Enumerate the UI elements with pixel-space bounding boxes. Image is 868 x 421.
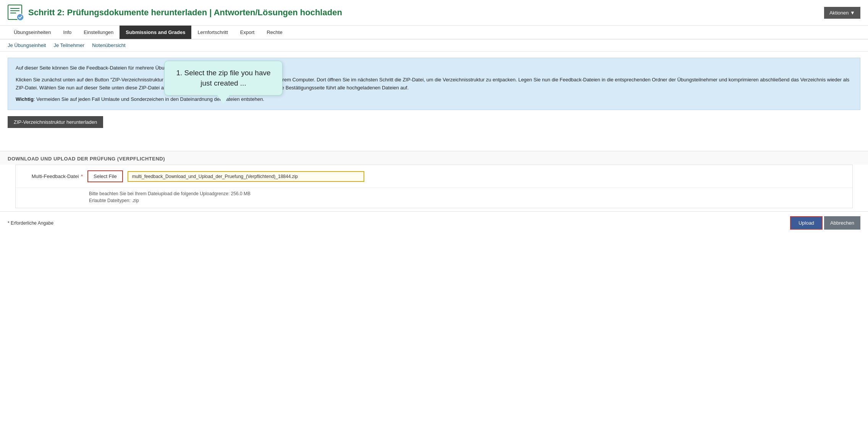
page-wrapper: Schritt 2: Prüfungsdokumente herunterlad… [0, 0, 868, 421]
header-left: Schritt 2: Prüfungsdokumente herunterlad… [8, 5, 342, 21]
tab-submissions-grades[interactable]: Submissions and Grades [120, 26, 191, 39]
info-para2: Klicken Sie zunächst unten auf den Butto… [16, 76, 852, 92]
tab-einstellungen[interactable]: Einstellungen [78, 26, 120, 39]
info-para3-suffix: : Vermeiden Sie auf jeden Fall Umlaute u… [34, 96, 197, 102]
nav-tabs: Übungseinheiten Info Einstellungen Submi… [0, 26, 868, 39]
upload-section: Multi-Feedback-Datei * Select File multi… [15, 165, 853, 208]
tab-lernfortschritt[interactable]: Lernfortschritt [191, 26, 234, 39]
page-header: Schritt 2: Prüfungsdokumente herunterlad… [0, 0, 868, 26]
page-title: Schritt 2: Prüfungsdokumente herunterlad… [28, 8, 342, 18]
upload-button[interactable]: Upload [790, 216, 823, 230]
upload-label: Multi-Feedback-Datei * [22, 173, 83, 179]
tooltip1-bubble: 1. Select the zip file you have just cre… [164, 61, 283, 96]
zip-download-button[interactable]: ZIP-Verzeichnisstruktur herunterladen [8, 116, 103, 128]
footer-buttons: Upload Abbrechen [790, 216, 860, 230]
info-para3-ellipsis: rdnung der Dateien entstehen. [197, 96, 264, 102]
hint-size: Bitte beachten Sie bei Ihrem Dateiupload… [89, 190, 846, 197]
subtab-je-uebungseinheit[interactable]: Je Übungseinheit [8, 42, 46, 48]
subtab-je-teilnehmer[interactable]: Je Teilnehmer [53, 42, 84, 48]
footer-row: * Erforderliche Angabe Upload Abbrechen [0, 211, 868, 234]
file-name-display: multi_feedback_Download_und_Upload_der_P… [128, 171, 364, 182]
section-header: DOWNLOAD UND UPLOAD DER PRÜFUNG (VERPFLI… [0, 151, 868, 165]
tab-uebungseinheiten[interactable]: Übungseinheiten [8, 26, 57, 39]
tooltip1-text: 1. Select the zip file you have just cre… [176, 69, 270, 87]
info-box: Auf dieser Seite können Sie die Feedback… [8, 58, 860, 110]
select-file-button[interactable]: Select File [87, 170, 123, 182]
hint-types: Erlaubte Dateitypen: .zip [89, 197, 846, 204]
sub-nav: Je Übungseinheit Je Teilnehmer Notenüber… [0, 39, 868, 52]
info-para3: Wichtig: Vermeiden Sie auf jeden Fall Um… [16, 96, 852, 104]
required-note: * Erforderliche Angabe [8, 220, 53, 226]
wichtig-label: Wichtig [16, 96, 34, 102]
tab-export[interactable]: Export [234, 26, 261, 39]
aktionen-button[interactable]: Aktionen ▼ [824, 7, 860, 19]
tab-rechte[interactable]: Rechte [260, 26, 288, 39]
svg-point-4 [17, 14, 24, 21]
download-section: ZIP-Verzeichnisstruktur herunterladen 1.… [0, 116, 868, 151]
required-star: * [79, 173, 83, 179]
tab-info[interactable]: Info [57, 26, 78, 39]
info-para1: Auf dieser Seite können Sie die Feedback… [16, 64, 852, 72]
upload-row: Multi-Feedback-Datei * Select File multi… [16, 165, 852, 188]
upload-area-wrapper: Multi-Feedback-Datei * Select File multi… [8, 165, 860, 208]
subtab-notenuebersicht[interactable]: Notenübersicht [92, 42, 125, 48]
page-icon [8, 5, 24, 21]
abbrechen-button[interactable]: Abbrechen [824, 216, 860, 230]
upload-hint: Bitte beachten Sie bei Ihrem Dateiupload… [16, 188, 852, 208]
